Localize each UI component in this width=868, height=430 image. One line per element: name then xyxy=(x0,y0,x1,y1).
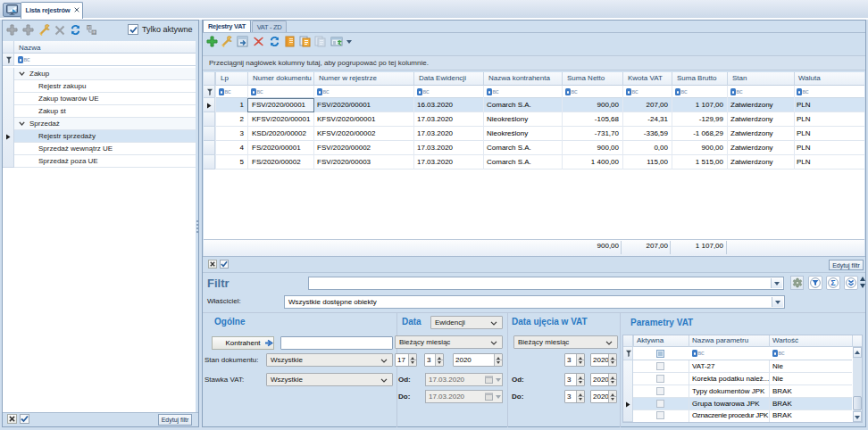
svg-text:12: 12 xyxy=(92,30,97,35)
svg-text:Σ: Σ xyxy=(830,278,836,287)
